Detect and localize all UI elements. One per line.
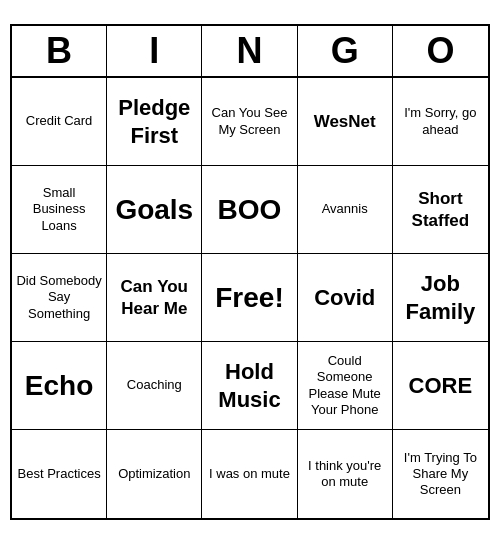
cell-text-18: Could Someone Please Mute Your Phone	[302, 353, 388, 418]
bingo-cell-7: BOO	[202, 166, 297, 254]
bingo-cell-23: I think you're on mute	[298, 430, 393, 518]
bingo-cell-20: Best Practices	[12, 430, 107, 518]
cell-text-2: Can You See My Screen	[206, 105, 292, 138]
cell-text-23: I think you're on mute	[302, 458, 388, 491]
cell-text-21: Optimization	[118, 466, 190, 482]
bingo-cell-2: Can You See My Screen	[202, 78, 297, 166]
cell-text-6: Goals	[115, 192, 193, 227]
cell-text-5: Small Business Loans	[16, 185, 102, 234]
bingo-cell-11: Can You Hear Me	[107, 254, 202, 342]
bingo-cell-16: Coaching	[107, 342, 202, 430]
bingo-letter-o: O	[393, 26, 488, 76]
bingo-cell-5: Small Business Loans	[12, 166, 107, 254]
bingo-cell-1: Pledge First	[107, 78, 202, 166]
bingo-cell-15: Echo	[12, 342, 107, 430]
cell-text-10: Did Somebody Say Something	[16, 273, 102, 322]
bingo-cell-6: Goals	[107, 166, 202, 254]
bingo-cell-12: Free!	[202, 254, 297, 342]
bingo-cell-14: Job Family	[393, 254, 488, 342]
cell-text-17: Hold Music	[206, 358, 292, 413]
cell-text-19: CORE	[409, 372, 473, 400]
bingo-letter-n: N	[202, 26, 297, 76]
cell-text-4: I'm Sorry, go ahead	[397, 105, 484, 138]
bingo-card: BINGO Credit CardPledge FirstCan You See…	[10, 24, 490, 520]
cell-text-0: Credit Card	[26, 113, 92, 129]
bingo-cell-8: Avannis	[298, 166, 393, 254]
bingo-grid: Credit CardPledge FirstCan You See My Sc…	[12, 78, 488, 518]
bingo-letter-b: B	[12, 26, 107, 76]
bingo-cell-0: Credit Card	[12, 78, 107, 166]
cell-text-7: BOO	[218, 192, 282, 227]
bingo-cell-21: Optimization	[107, 430, 202, 518]
bingo-letter-g: G	[298, 26, 393, 76]
cell-text-15: Echo	[25, 368, 93, 403]
bingo-cell-18: Could Someone Please Mute Your Phone	[298, 342, 393, 430]
cell-text-24: I'm Trying To Share My Screen	[397, 450, 484, 499]
cell-text-16: Coaching	[127, 377, 182, 393]
cell-text-22: I was on mute	[209, 466, 290, 482]
bingo-cell-17: Hold Music	[202, 342, 297, 430]
cell-text-11: Can You Hear Me	[111, 276, 197, 319]
cell-text-20: Best Practices	[18, 466, 101, 482]
bingo-cell-13: Covid	[298, 254, 393, 342]
bingo-cell-24: I'm Trying To Share My Screen	[393, 430, 488, 518]
cell-text-1: Pledge First	[111, 94, 197, 149]
cell-text-9: Short Staffed	[397, 188, 484, 231]
bingo-cell-3: WesNet	[298, 78, 393, 166]
cell-text-13: Covid	[314, 284, 375, 312]
bingo-header: BINGO	[12, 26, 488, 78]
bingo-cell-4: I'm Sorry, go ahead	[393, 78, 488, 166]
bingo-letter-i: I	[107, 26, 202, 76]
bingo-cell-19: CORE	[393, 342, 488, 430]
cell-text-8: Avannis	[322, 201, 368, 217]
bingo-cell-22: I was on mute	[202, 430, 297, 518]
cell-text-14: Job Family	[397, 270, 484, 325]
bingo-cell-9: Short Staffed	[393, 166, 488, 254]
cell-text-12: Free!	[215, 280, 283, 315]
bingo-cell-10: Did Somebody Say Something	[12, 254, 107, 342]
cell-text-3: WesNet	[314, 111, 376, 132]
